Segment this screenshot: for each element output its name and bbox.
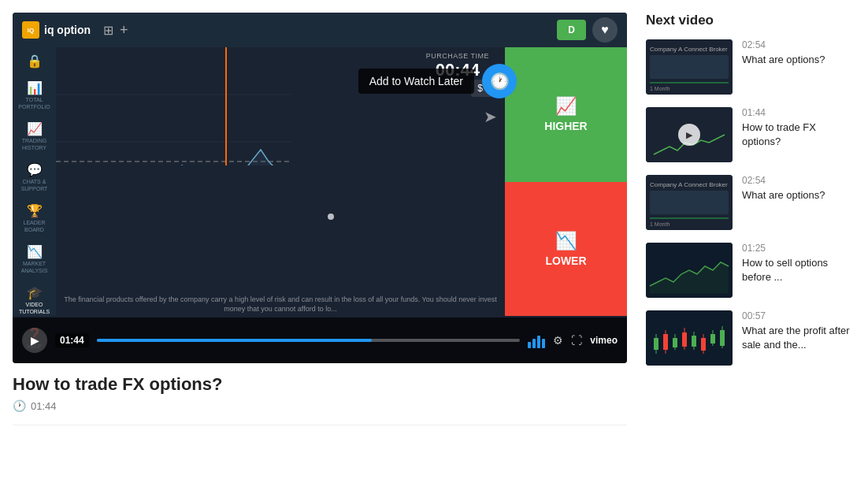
clock-icon: 🕐 xyxy=(13,399,26,412)
settings-icon[interactable]: ⚙ xyxy=(553,334,563,347)
purchase-label: PURCHASE TIME xyxy=(426,52,489,60)
svg-text:Company A   Connect   Broker: Company A Connect Broker xyxy=(650,181,728,188)
video-info-5: 00:57 What are the profit after sale and… xyxy=(742,310,855,352)
video-topbar: IQ iq option ⊞ + D ♥ xyxy=(13,13,627,47)
higher-icon: 📈 xyxy=(555,96,577,117)
watch-later-text: Add to Watch Later xyxy=(358,69,474,94)
sidebar-icon-portfolio[interactable]: 📊 TOTALPORTFOLIO xyxy=(20,81,49,110)
play-overlay-2[interactable]: ▶ xyxy=(678,124,700,146)
list-item[interactable]: Company A Connect Broker 1 Month 02:54 W… xyxy=(646,39,855,95)
heart-button[interactable]: ♥ xyxy=(592,17,618,43)
sidebar-icon-history[interactable]: 📈 TRADINGHISTORY xyxy=(20,122,49,150)
video-name-4: How to sell options before ... xyxy=(742,256,855,284)
video-info-4: 01:25 How to sell options before ... xyxy=(742,243,855,284)
watch-later-popup: Add to Watch Later 🕐 xyxy=(358,64,517,98)
video-duration-5: 00:57 xyxy=(742,310,855,321)
video-thumb-5 xyxy=(646,310,733,366)
video-duration-3: 02:54 xyxy=(742,175,855,186)
add-icon[interactable]: + xyxy=(120,22,128,39)
svg-rect-33 xyxy=(650,191,729,214)
top-right-buttons: D ♥ xyxy=(557,17,618,43)
iq-brand-icon: IQ xyxy=(22,21,39,39)
video-info-3: 02:54 What are options? xyxy=(742,175,855,202)
list-item[interactable]: 00:57 What are the profit after sale and… xyxy=(646,310,855,366)
higher-label: HIGHER xyxy=(544,120,587,132)
video-thumb-3: Company A Connect Broker 1 Month xyxy=(646,175,733,230)
fullscreen-icon[interactable]: ⛶ xyxy=(571,334,582,347)
sidebar-icon-leaderboard[interactable]: 🏆 LEADERBOARD xyxy=(20,204,49,232)
chart-svg: 14:44:00 14:45:00 14:46:00 0.682220 0.68… xyxy=(56,47,292,165)
svg-text:1 Month: 1 Month xyxy=(650,86,670,91)
video-thumb-1: Company A Connect Broker 1 Month xyxy=(646,39,733,95)
vol-bar-3 xyxy=(537,336,540,348)
video-name-3: What are options? xyxy=(742,188,855,202)
video-name-5: What are the profit after sale and the..… xyxy=(742,324,855,352)
video-info-2: 01:44 How to trade FX options? xyxy=(742,107,855,149)
sidebar: Next video Company A Connect Broker 1 Mo… xyxy=(646,13,855,425)
video-duration-1: 02:54 xyxy=(742,39,855,50)
cursor xyxy=(328,214,334,220)
list-item[interactable]: Company A Connect Broker 1 Month 02:54 W… xyxy=(646,175,855,230)
video-duration: 01:44 xyxy=(31,400,57,412)
video-duration-4: 01:25 xyxy=(742,243,855,254)
video-name-2: How to trade FX options? xyxy=(742,121,855,149)
progress-bar[interactable] xyxy=(97,339,521,342)
right-panel: 📈 HIGHER 📉 LOWER xyxy=(505,47,627,316)
svg-text:1 Month: 1 Month xyxy=(650,221,670,227)
play-button[interactable]: ▶ xyxy=(22,328,47,353)
left-sidebar: 🔒 📊 TOTALPORTFOLIO 📈 TRADINGHISTORY 💬 CH… xyxy=(13,47,56,316)
send-icon[interactable]: ➤ xyxy=(484,107,497,126)
vol-bar-4 xyxy=(542,339,545,348)
progress-fill xyxy=(97,339,372,342)
sidebar-icon-lock[interactable]: 🔒 xyxy=(20,54,49,69)
svg-text:Company A   Connect   Broker: Company A Connect Broker xyxy=(650,46,728,53)
video-meta: 🕐 01:44 xyxy=(13,399,627,412)
list-item[interactable]: 01:25 How to sell options before ... xyxy=(646,243,855,298)
video-thumb-2: ▶ xyxy=(646,107,733,162)
page-container: IQ iq option ⊞ + D ♥ 🔒 📊 TOTALPORTFOLIO xyxy=(0,0,868,438)
brand-name: iq option xyxy=(44,24,91,36)
list-item[interactable]: ▶ 01:44 How to trade FX options? xyxy=(646,107,855,162)
video-duration-2: 01:44 xyxy=(742,107,855,118)
vol-bar-2 xyxy=(532,339,536,348)
sidebar-icon-market[interactable]: 📉 MARKETANALYSIS xyxy=(20,245,49,273)
video-name-1: What are options? xyxy=(742,53,855,67)
sidebar-icon-support[interactable]: 💬 CHATS &SUPPORT xyxy=(20,163,49,191)
vimeo-logo: vimeo xyxy=(590,335,618,346)
divider xyxy=(13,425,627,425)
lower-button[interactable]: 📉 LOWER xyxy=(505,182,627,317)
vol-bar-1 xyxy=(528,342,531,348)
grid-icon[interactable]: ⊞ xyxy=(103,23,113,38)
deposit-button[interactable]: D xyxy=(557,20,586,40)
svg-rect-37 xyxy=(646,310,733,366)
sidebar-icon-tutorials[interactable]: 🎓 VIDEOTUTORIALS xyxy=(20,286,49,314)
video-title: How to trade FX options? xyxy=(13,374,627,395)
video-info-1: 02:54 What are options? xyxy=(742,39,855,67)
higher-button[interactable]: 📈 HIGHER xyxy=(505,47,627,182)
disclaimer-text: The financial products offered by the co… xyxy=(56,291,505,317)
next-video-heading: Next video xyxy=(646,13,855,28)
volume-bars[interactable] xyxy=(528,332,545,348)
watch-later-button[interactable]: 🕐 xyxy=(482,64,517,98)
video-player[interactable]: IQ iq option ⊞ + D ♥ 🔒 📊 TOTALPORTFOLIO xyxy=(13,13,627,363)
video-controls: ▶ 01:44 ⚙ ⛶ vimeo xyxy=(13,317,627,363)
main-content: IQ iq option ⊞ + D ♥ 🔒 📊 TOTALPORTFOLIO xyxy=(13,13,627,425)
iq-brand: IQ iq option xyxy=(22,21,91,39)
video-thumb-4 xyxy=(646,243,733,298)
svg-rect-27 xyxy=(650,55,729,79)
lower-icon: 📉 xyxy=(555,231,577,251)
video-list: Company A Connect Broker 1 Month 02:54 W… xyxy=(646,39,855,366)
lower-label: LOWER xyxy=(545,254,586,267)
time-badge: 01:44 xyxy=(55,333,89,347)
